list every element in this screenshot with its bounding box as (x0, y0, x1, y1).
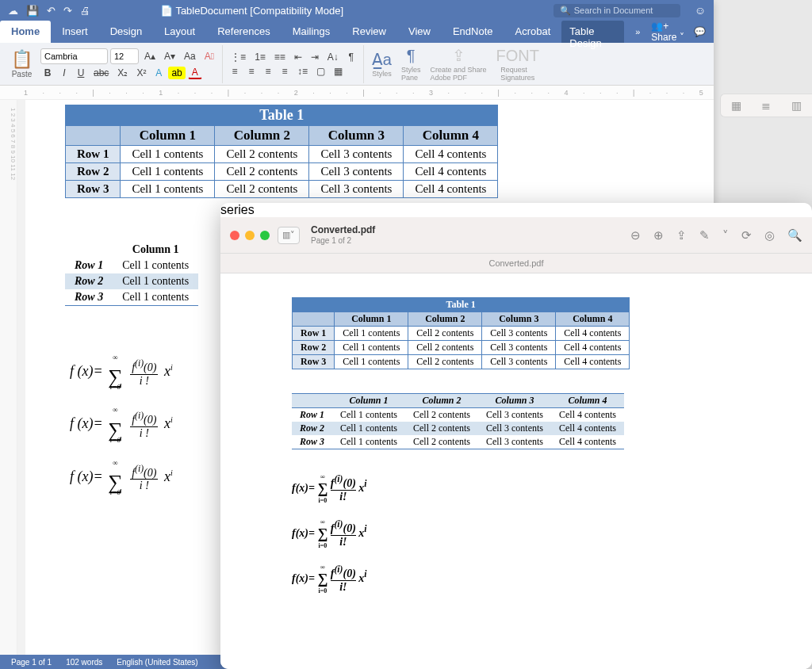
tab-layout[interactable]: Layout (153, 21, 206, 43)
preview-window: series ▥ ˅ Converted.pdf Page 1 of 2 ⊖ ⊕… (220, 203, 812, 669)
preview-title: Converted.pdf Page 1 of 2 (311, 225, 375, 244)
close-button[interactable] (230, 231, 239, 240)
table-title: Table 1 (66, 105, 498, 126)
indent-left-icon[interactable]: ⇤ (291, 51, 305, 63)
shrink-font-icon[interactable]: A▾ (161, 50, 178, 63)
table-row: Row 2Cell 1 contentsCell 2 contentsCell … (293, 341, 630, 355)
superscript-button[interactable]: X² (133, 67, 149, 79)
line-spacing-icon[interactable]: ↕≡ (294, 65, 311, 78)
clear-format-icon[interactable]: A⃠ (201, 50, 217, 63)
table-row: Row 1Cell 1 contents (65, 258, 198, 273)
word-table-1[interactable]: Table 1 Column 1 Column 2 Column 3 Colum… (65, 105, 498, 198)
highlight-icon[interactable]: ab (168, 67, 185, 79)
word-count[interactable]: 102 words (66, 658, 102, 667)
zoom-button[interactable] (260, 231, 270, 240)
styles-pane-button[interactable]: ¶ Styles Pane (398, 46, 424, 82)
table-row: Row 1Cell 1 contentsCell 2 contentsCell … (292, 408, 624, 422)
share-icon[interactable]: ⇪ (676, 228, 687, 243)
borders-icon[interactable]: ▦ (331, 65, 346, 78)
col-head: Column 4 (404, 126, 498, 146)
pdf-formula-2: f(x)= ∞∑i=0 f(i)(0)i! xi (292, 518, 764, 549)
highlight-tool-icon[interactable]: ◎ (764, 228, 775, 243)
adobe-share-button[interactable]: ⇪ Create and Share Adobe PDF (427, 46, 489, 82)
preview-page-indicator: Page 1 of 2 (311, 236, 375, 245)
sidebar-toggle-button[interactable]: ▥ ˅ (278, 227, 300, 244)
font-color-icon[interactable]: A (188, 66, 202, 79)
bullets-icon[interactable]: ⋮≡ (228, 51, 249, 63)
table-row: Row 3Cell 1 contentsCell 2 contentsCell … (293, 355, 630, 369)
preview-filename: Converted.pdf (311, 225, 375, 235)
redo-icon[interactable]: ↷ (63, 5, 72, 17)
minimize-button[interactable] (245, 231, 255, 240)
dropdown-icon[interactable]: ˅ (722, 228, 729, 243)
align-left-icon[interactable]: ≡ (228, 65, 242, 78)
subscript-button[interactable]: X₂ (114, 67, 131, 79)
sort-icon[interactable]: A↓ (324, 51, 342, 63)
pdf-formula-3: f(x)= ∞∑i=0 f(i)(0)i! xi (292, 564, 764, 594)
vertical-ruler[interactable]: 1 2 3 4 5 6 7 8 9 10 11 12 (0, 100, 17, 655)
change-case-icon[interactable]: Aa (181, 50, 199, 63)
column-view-icon[interactable]: ▥ (791, 99, 802, 112)
tab-view[interactable]: View (397, 21, 442, 43)
col-head: Column 1 (113, 242, 198, 258)
pdf-table-1: Table 1 Column 1 Column 2 Column 3 Colum… (292, 297, 630, 369)
tab-endnote[interactable]: EndNote (442, 21, 504, 43)
save-icon[interactable]: 💾 (26, 5, 39, 17)
tab-insert[interactable]: Insert (51, 21, 99, 43)
indent-right-icon[interactable]: ⇥ (308, 51, 322, 63)
tab-references[interactable]: References (206, 21, 281, 43)
multilevel-icon[interactable]: ≡≡ (271, 51, 289, 63)
paragraph-group: ⋮≡ 1≡ ≡≡ ⇤ ⇥ A↓ ¶ ≡ ≡ ≡ ≡ ↕≡ ▢ ▦ (228, 45, 364, 83)
share-area: 👥+ Share ˅ 💬 (651, 21, 714, 43)
font-family-select[interactable] (40, 48, 108, 64)
col-head: Column 1 (121, 126, 215, 146)
feedback-icon[interactable]: ☺ (695, 4, 706, 17)
search-placeholder: Search in Document (574, 6, 653, 15)
quick-access-toolbar: ☁ 💾 ↶ ↷ 🖨 (8, 5, 90, 17)
comments-icon[interactable]: 💬 (694, 26, 706, 37)
justify-icon[interactable]: ≡ (278, 65, 292, 78)
tab-mailings[interactable]: Mailings (282, 21, 342, 43)
styles-button[interactable]: A̲a Styles (369, 50, 395, 78)
search-box[interactable]: 🔍 Search in Document (553, 4, 680, 17)
underline-button[interactable]: U (74, 67, 88, 79)
tab-home[interactable]: Home (0, 21, 51, 43)
undo-icon[interactable]: ↶ (47, 5, 56, 17)
word-titlebar: ☁ 💾 ↶ ↷ 🖨 📄 TableDocument [Compatibility… (0, 0, 714, 21)
zoom-out-icon[interactable]: ⊖ (630, 228, 641, 243)
strike-button[interactable]: abc (90, 67, 112, 79)
word-table-2[interactable]: Column 1 Row 1Cell 1 contents Row 2Cell … (65, 242, 198, 306)
markup-icon[interactable]: ✎ (699, 228, 710, 243)
page-indicator[interactable]: Page 1 of 1 (11, 658, 52, 667)
grid-view-icon[interactable]: ▦ (731, 99, 741, 112)
tab-review[interactable]: Review (341, 21, 397, 43)
shading-icon[interactable]: ▢ (313, 65, 328, 78)
horizontal-ruler[interactable]: 1 · · · | · · · 1 · · · | · · · 2 · · · … (0, 86, 714, 100)
align-right-icon[interactable]: ≡ (261, 65, 275, 78)
tab-overflow[interactable]: » (624, 21, 651, 43)
text-effects-icon[interactable]: A (151, 67, 166, 79)
search-icon[interactable]: 🔍 (787, 228, 802, 243)
rotate-icon[interactable]: ⟳ (741, 228, 752, 243)
pdf-page[interactable]: Table 1 Column 1 Column 2 Column 3 Colum… (220, 273, 812, 669)
align-center-icon[interactable]: ≡ (244, 65, 259, 78)
styles-pane-icon: ¶ (407, 46, 416, 65)
tab-design[interactable]: Design (99, 21, 153, 43)
table-row: Row 2Cell 1 contentsCell 2 contentsCell … (292, 422, 624, 435)
numbering-icon[interactable]: 1≡ (251, 51, 269, 63)
request-signatures-button[interactable]: FONT Request Signatures (493, 46, 542, 82)
print-icon[interactable]: 🖨 (80, 5, 90, 17)
tab-table-design[interactable]: Table Design (561, 21, 624, 43)
tab-acrobat[interactable]: Acrobat (504, 21, 562, 43)
grow-font-icon[interactable]: A▴ (141, 50, 159, 63)
paste-button[interactable]: 📋 Paste (6, 49, 37, 78)
bold-button[interactable]: B (40, 67, 55, 79)
italic-button[interactable]: I (57, 67, 71, 79)
share-button[interactable]: 👥+ Share ˅ (651, 21, 689, 43)
list-view-icon[interactable]: ≣ (761, 99, 771, 112)
show-marks-icon[interactable]: ¶ (344, 51, 358, 63)
language-indicator[interactable]: English (United States) (117, 658, 197, 667)
zoom-in-icon[interactable]: ⊕ (653, 228, 664, 243)
font-size-select[interactable] (110, 48, 139, 64)
autosave-icon[interactable]: ☁ (8, 5, 18, 17)
